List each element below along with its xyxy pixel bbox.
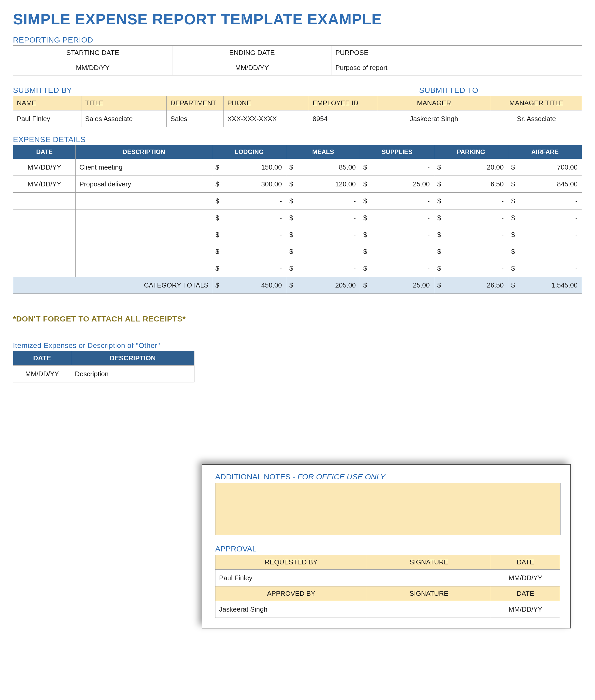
expense-row-description	[76, 193, 213, 209]
submitted-by-title: Sales Associate	[81, 110, 167, 127]
expense-row-airfare: -	[508, 193, 582, 209]
expense-row-lodging: 300.00	[212, 176, 286, 193]
expense-row-airfare: -	[508, 226, 582, 243]
totals-meals: 205.00	[286, 277, 360, 294]
expense-row-parking: 20.00	[434, 159, 508, 176]
expense-row-description: Proposal delivery	[76, 176, 213, 193]
expense-header-parking: PARKING	[434, 145, 508, 159]
approval-requested-by: Paul Finley	[216, 569, 367, 586]
category-totals-label: CATEGORY TOTALS	[13, 277, 213, 294]
expense-row-parking: -	[434, 260, 508, 277]
expense-row-parking: -	[434, 193, 508, 209]
expense-row-meals: -	[286, 209, 360, 226]
expense-row: -----	[13, 260, 582, 277]
expense-row-date	[13, 243, 76, 260]
expense-row-supplies: -	[360, 209, 434, 226]
expense-row-lodging: -	[212, 226, 286, 243]
expense-row-date: MM/DD/YY	[13, 159, 76, 176]
totals-parking: 26.50	[434, 277, 508, 294]
submitted-by-name: Paul Finley	[13, 110, 81, 127]
expense-details-label: EXPENSE DETAILS	[13, 135, 582, 144]
submitted-to-header-manager: MANAGER	[377, 96, 491, 110]
reporting-period-header-start: STARTING DATE	[13, 46, 172, 60]
reporting-period-label: REPORTING PERIOD	[13, 35, 582, 44]
expense-row-parking: -	[434, 226, 508, 243]
submitted-by-phone: XXX-XXX-XXXX	[224, 110, 309, 127]
expense-row-date	[13, 226, 76, 243]
expense-row: -----	[13, 209, 582, 226]
expense-row-lodging: 150.00	[212, 159, 286, 176]
approval-header-requested: REQUESTED BY	[216, 555, 367, 569]
expense-row-parking: -	[434, 209, 508, 226]
submitted-to-manager-title: Sr. Associate	[491, 110, 582, 127]
office-use-modal: ADDITIONAL NOTES - FOR OFFICE USE ONLY A…	[202, 465, 570, 628]
expense-row-description	[76, 243, 213, 260]
expense-row-date	[13, 260, 76, 277]
itemized-row-description: Description	[71, 366, 194, 383]
expense-row-description	[76, 260, 213, 277]
approval-header-approved: APPROVED BY	[216, 586, 367, 601]
submitted-by-header-name: NAME	[13, 96, 81, 110]
expense-row-parking: -	[434, 243, 508, 260]
expense-row-date	[13, 193, 76, 209]
approval-header-date2: DATE	[491, 586, 560, 601]
reporting-period-end: MM/DD/YY	[172, 60, 332, 76]
expense-row: -----	[13, 243, 582, 260]
expense-row-airfare: -	[508, 243, 582, 260]
totals-supplies: 25.00	[360, 277, 434, 294]
expense-row-meals: -	[286, 226, 360, 243]
totals-lodging: 450.00	[212, 277, 286, 294]
approval-table: REQUESTED BY SIGNATURE DATE Paul Finley …	[215, 555, 560, 618]
approval-header-date1: DATE	[491, 555, 560, 569]
expense-header-lodging: LODGING	[212, 145, 286, 159]
expense-row-supplies: -	[360, 243, 434, 260]
reporting-period-table: STARTING DATE ENDING DATE PURPOSE MM/DD/…	[13, 45, 582, 76]
receipts-note: *DON'T FORGET TO ATTACH ALL RECEIPTS*	[13, 314, 582, 323]
approval-signature2[interactable]	[367, 601, 491, 618]
expense-row: -----	[13, 226, 582, 243]
submitted-table: NAME TITLE DEPARTMENT PHONE EMPLOYEE ID …	[13, 96, 582, 127]
itemized-header-description: DESCRIPTION	[71, 351, 194, 366]
additional-notes-box[interactable]	[215, 483, 561, 535]
submitted-by-header-department: DEPARTMENT	[167, 96, 224, 110]
expense-header-meals: MEALS	[286, 145, 360, 159]
additional-notes-label: ADDITIONAL NOTES - FOR OFFICE USE ONLY	[215, 472, 560, 481]
submitted-by-label: SUBMITTED BY	[13, 86, 72, 95]
approval-header-signature2: SIGNATURE	[367, 586, 491, 601]
expense-details-table: DATE DESCRIPTION LODGING MEALS SUPPLIES …	[13, 145, 582, 294]
expense-row-parking: 6.50	[434, 176, 508, 193]
submitted-by-department: Sales	[167, 110, 224, 127]
submitted-by-header-employee-id: EMPLOYEE ID	[309, 96, 377, 110]
expense-row-meals: -	[286, 243, 360, 260]
expense-row-description	[76, 226, 213, 243]
expense-row-supplies: -	[360, 159, 434, 176]
expense-row-description: Client meeting	[76, 159, 213, 176]
expense-row-description	[76, 209, 213, 226]
page-title: SIMPLE EXPENSE REPORT TEMPLATE EXAMPLE	[13, 10, 582, 28]
submitted-to-label: SUBMITTED TO	[419, 86, 478, 95]
expense-header-date: DATE	[13, 145, 76, 159]
submitted-by-employee-id: 8954	[309, 110, 377, 127]
expense-row-airfare: 700.00	[508, 159, 582, 176]
expense-row-lodging: -	[212, 260, 286, 277]
expense-row: MM/DD/YYClient meeting150.0085.00-20.007…	[13, 159, 582, 176]
reporting-period-header-purpose: PURPOSE	[332, 46, 582, 60]
itemized-header-date: DATE	[13, 351, 71, 366]
expense-row-airfare: -	[508, 260, 582, 277]
expense-row-airfare: -	[508, 209, 582, 226]
expense-row-meals: 85.00	[286, 159, 360, 176]
expense-row-supplies: -	[360, 193, 434, 209]
submitted-by-header-title: TITLE	[81, 96, 167, 110]
expense-row-lodging: -	[212, 243, 286, 260]
expense-row: MM/DD/YYProposal delivery300.00120.0025.…	[13, 176, 582, 193]
expense-row-date: MM/DD/YY	[13, 176, 76, 193]
approval-approved-by: Jaskeerat Singh	[216, 601, 367, 618]
expense-row-lodging: -	[212, 193, 286, 209]
approval-signature1[interactable]	[367, 569, 491, 586]
expense-row-supplies: 25.00	[360, 176, 434, 193]
submitted-to-header-manager-title: MANAGER TITLE	[491, 96, 582, 110]
submitted-by-header-phone: PHONE	[224, 96, 309, 110]
reporting-period-purpose: Purpose of report	[332, 60, 582, 76]
expense-header-airfare: AIRFARE	[508, 145, 582, 159]
approval-date2: MM/DD/YY	[491, 601, 560, 618]
